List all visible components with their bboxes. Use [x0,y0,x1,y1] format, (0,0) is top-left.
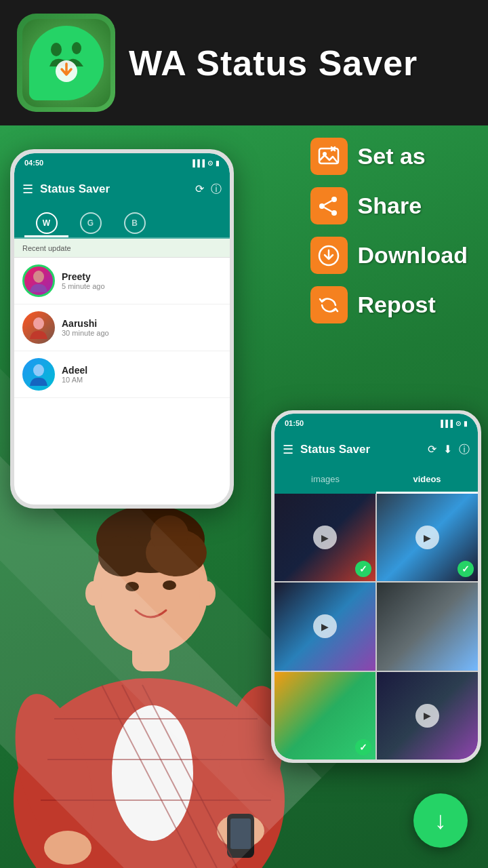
phone2-app-header: ☰ Status Saver ⟳ ⬇ ⓘ [274,433,478,467]
video-thumb-3[interactable]: ▶ [274,583,375,670]
image-icon [318,146,340,167]
svg-point-22 [125,582,139,591]
fab-download-button[interactable]: ↓ [413,793,468,848]
phone1-title: Status Saver [40,182,188,196]
tab-google[interactable]: G [68,210,113,237]
tab-whatsapp[interactable]: W [24,210,68,237]
phone2-download-icon[interactable]: ⬇ [443,443,452,457]
phone2-hamburger-icon: ☰ [283,442,293,457]
contact-time-preety: 5 minute ago [62,282,222,290]
download-label: Download [358,242,468,269]
phone2-header-icons: ⟳ ⬇ ⓘ [428,443,470,457]
video-thumb-6[interactable]: ▶ [377,672,478,760]
svg-point-28 [44,831,92,865]
check-badge-5: ✓ [355,739,371,755]
play-button-6[interactable]: ▶ [415,704,439,728]
phone-mockup-2: 01:50 ▐▐▐ ⊙ ▮ ☰ Status Saver ⟳ ⬇ ⓘ [271,410,481,763]
share-icon-box [310,187,348,224]
svg-line-9 [325,208,332,212]
tab-images[interactable]: images [274,467,376,494]
svg-point-5 [331,197,337,202]
check-badge-2: ✓ [458,561,474,577]
contact-name-aarushi: Aarushi [62,318,222,329]
feature-set-as[interactable]: Set as [310,138,468,175]
svg-point-1 [72,42,81,54]
contact-info-aarushi: Aarushi 30 minute ago [62,318,222,337]
svg-point-15 [112,705,193,841]
phone1-time: 04:50 [24,159,43,167]
repost-label: Repost [358,292,436,318]
share-icon [318,195,340,217]
phone1-header-icons: ⟳ ⓘ [195,182,222,197]
repost-icon-box [310,286,348,323]
phone-mockup-1: 04:50 ▐▐▐ ⊙ ▮ ☰ Status Saver ⟳ ⓘ [10,149,234,509]
repost-icon [318,294,340,316]
tab-b[interactable]: B [113,210,157,237]
check-badge-1: ✓ [355,561,371,577]
svg-point-6 [319,203,325,209]
share-header-icon[interactable]: ⟳ [195,182,204,197]
contact-avatar-aarushi [22,311,55,344]
phone1-tabs: W G B [14,206,230,239]
recent-update-label: Recent update [22,244,71,252]
svg-point-23 [163,580,176,590]
svg-rect-31 [230,818,251,849]
play-button-1[interactable]: ▶ [313,526,337,549]
svg-point-12 [33,317,44,330]
phone2-status-bar: 01:50 ▐▐▐ ⊙ ▮ [274,414,478,433]
app-icon [17,14,115,112]
info-header-icon[interactable]: ⓘ [211,182,222,197]
contact-info-adeel: Adeel 10 AM [62,365,222,384]
set-as-icon-box [310,138,348,175]
feature-share[interactable]: Share [310,187,468,224]
download-icon-box [310,237,348,274]
feature-download[interactable]: Download [310,237,468,274]
download-arrow-icon: ↓ [434,808,447,833]
svg-point-25 [199,581,216,606]
svg-point-0 [51,43,62,56]
phone1-status-bar: 04:50 ▐▐▐ ⊙ ▮ [14,153,230,172]
contact-time-aarushi: 30 minute ago [62,329,222,337]
contact-name-preety: Preety [62,271,222,282]
video-grid: ▶ ✓ ▶ ✓ ▶ ✓ [274,494,478,760]
svg-point-7 [331,210,337,216]
phone2-info-icon[interactable]: ⓘ [459,443,470,457]
play-button-3[interactable]: ▶ [313,614,337,638]
svg-point-13 [33,364,44,376]
contact-item[interactable]: Preety 5 minute ago [14,258,230,304]
video-thumb-4[interactable] [377,583,478,670]
download-icon [318,245,340,267]
phone2-tabs: images videos [274,467,478,494]
app-title: WA Status Saver [129,43,418,83]
phone2-status-icons: ▐▐▐ ⊙ ▮ [439,420,468,427]
recent-update-bar: Recent update [14,239,230,258]
contact-item[interactable]: Aarushi 30 minute ago [14,304,230,351]
svg-point-21 [150,515,188,553]
app-icon-graphic [39,36,94,90]
tab-videos[interactable]: videos [376,467,478,494]
phone2-share-icon[interactable]: ⟳ [428,443,436,457]
feature-repost[interactable]: Repost [310,286,468,323]
contact-avatar-adeel [22,358,55,391]
svg-line-8 [325,201,332,205]
phone2-time: 01:50 [285,419,304,427]
video-thumb-1[interactable]: ▶ ✓ [274,494,375,581]
set-as-label: Set as [358,143,426,170]
app-header-bar: WA Status Saver [0,0,488,125]
svg-point-11 [33,271,44,283]
contact-time-adeel: 10 AM [62,376,222,384]
contact-item[interactable]: Adeel 10 AM [14,351,230,398]
features-list: Set as Share Down [310,138,468,323]
main-content: Set as Share Down [0,125,488,868]
play-button-2[interactable]: ▶ [415,526,439,549]
phone1-status-icons: ▐▐▐ ⊙ ▮ [190,159,220,167]
phone2-title: Status Saver [300,443,421,456]
contact-name-adeel: Adeel [62,365,222,376]
video-thumb-5[interactable]: ✓ [274,672,375,760]
contact-list: Preety 5 minute ago Aarushi [14,258,230,505]
contact-avatar-preety [22,264,55,297]
share-label: Share [358,193,422,219]
video-thumb-2[interactable]: ▶ ✓ [377,494,478,581]
svg-point-24 [85,581,102,606]
hamburger-icon: ☰ [22,182,33,197]
